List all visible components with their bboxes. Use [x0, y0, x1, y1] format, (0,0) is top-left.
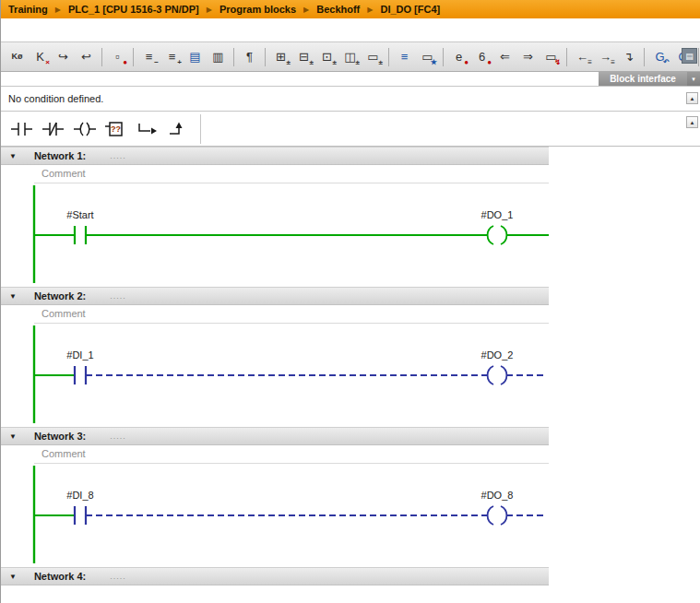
coil-operand[interactable]: #DO_8: [481, 490, 514, 501]
delete-symbols-icon[interactable]: K×: [30, 46, 51, 67]
block-interface-tab[interactable]: Block interface: [599, 72, 687, 86]
collapse-triangle-icon[interactable]: ▼: [9, 152, 17, 160]
condition-bar: No condition defined. ▲: [1, 87, 700, 112]
goto-network-icon[interactable]: ↴: [618, 46, 639, 67]
goto-previous-usage-icon[interactable]: ⇐: [494, 46, 516, 67]
absolute-operands-icon[interactable]: Kø: [6, 46, 28, 67]
favorites-bar: ?? ▲: [1, 112, 700, 147]
toolbar-icons: KøK×↪↩▫●≡−≡+▤▥¶⊞±⊟±⊡±◫±▭±≡▭★e●6●⇐⇒▭↯←≡→≡…: [6, 46, 700, 67]
symbol-information-icon[interactable]: ≡: [394, 46, 415, 67]
breadcrumb-item-project[interactable]: Training: [8, 4, 48, 15]
ladder-rung[interactable]: #Start #DO_1: [1, 183, 554, 287]
network-section-4: ▼ Network 4: .....: [1, 567, 549, 596]
comment-divider: [34, 463, 549, 464]
nc-contact-button[interactable]: [38, 115, 69, 143]
chevron-right-icon: ▶: [55, 6, 61, 14]
breadcrumb-item-folder[interactable]: Beckhoff: [316, 4, 360, 15]
collapse-panel-icon[interactable]: ▲: [686, 92, 698, 104]
toolbar-separator: [698, 48, 699, 66]
free-form-comments-icon[interactable]: ▭★: [417, 46, 438, 67]
comment-placeholder[interactable]: Comment: [42, 448, 86, 459]
breadcrumb-item-program-blocks[interactable]: Program blocks: [219, 4, 296, 15]
indent-icon[interactable]: ↪: [53, 46, 74, 67]
toolbar-separator: [566, 48, 567, 66]
ladder-rung[interactable]: #DI_1 #DO_2: [1, 324, 554, 427]
network-title-placeholder[interactable]: .....: [110, 432, 126, 441]
close-all-networks-icon[interactable]: ≡+: [161, 46, 183, 67]
chevron-down-icon[interactable]: ▾: [687, 72, 700, 86]
toolbar-separator: [233, 48, 234, 66]
contact-operand[interactable]: #DI_1: [66, 349, 93, 361]
collapse-panel-icon[interactable]: ▲: [686, 116, 698, 128]
chevron-right-icon: ▶: [303, 6, 309, 14]
condition-text: No condition defined.: [8, 93, 103, 104]
contact-operand[interactable]: #DI_8: [66, 490, 93, 501]
block-interface-row: Block interface ▾: [1, 72, 700, 87]
empty-box-button[interactable]: ??: [101, 115, 132, 143]
breadcrumb-item-block[interactable]: DI_DO [FC4]: [380, 4, 440, 15]
close-branch-icon: [167, 121, 191, 137]
open-branch-button[interactable]: [132, 115, 163, 143]
network-titles-icon[interactable]: ▥: [208, 46, 229, 67]
open-all-networks-icon[interactable]: ≡−: [138, 46, 160, 67]
network-comment-row[interactable]: Comment: [1, 445, 549, 464]
network-section-2: ▼ Network 2: ..... Comment #DI_1 #DO_2: [1, 287, 549, 427]
network-comment-row[interactable]: Comment: [1, 305, 549, 324]
insert-network-icon[interactable]: ▭±: [362, 46, 384, 67]
network-comment-row[interactable]: Comment: [1, 165, 549, 183]
toolbar-separator: [101, 48, 102, 66]
operand-info-icon[interactable]: ▤: [184, 46, 206, 67]
network-label: Network 3:: [34, 431, 86, 442]
outdent-icon[interactable]: ↩: [76, 46, 97, 67]
previous-point-of-use-icon[interactable]: G↶: [649, 46, 670, 67]
insert-operand-icon[interactable]: ⊟±: [293, 46, 314, 67]
contact-operand[interactable]: #Start: [66, 209, 93, 220]
coil-operand[interactable]: #DO_1: [481, 209, 514, 220]
insert-branch-icon[interactable]: ⊡±: [316, 46, 338, 67]
editor-spacer: [1, 18, 700, 41]
comment-placeholder[interactable]: Comment: [42, 168, 86, 179]
network-title-placeholder[interactable]: .....: [110, 291, 126, 301]
collapse-triangle-icon[interactable]: ▼: [9, 292, 17, 301]
goto-next-usage-icon[interactable]: ⇒: [517, 46, 539, 67]
next-error-icon[interactable]: →≡: [595, 46, 616, 67]
open-branch-icon: [136, 121, 160, 137]
insert-lad-element-icon[interactable]: ⊞±: [270, 46, 291, 67]
toolbar-separator: [388, 48, 389, 66]
toolbar-separator: [644, 48, 645, 66]
lad-editor-window: Training ▶ PLC_1 [CPU 1516-3 PN/DP] ▶ Pr…: [0, 0, 700, 603]
consistency-check-icon[interactable]: e●: [448, 46, 469, 67]
network-header[interactable]: ▼ Network 3: .....: [1, 427, 549, 445]
network-header[interactable]: ▼ Network 2: .....: [1, 287, 549, 305]
chevron-right-icon: ▶: [207, 6, 212, 14]
network-comments-icon[interactable]: ¶: [239, 46, 260, 67]
ladder-rung[interactable]: #DI_8 #DO_8: [1, 464, 554, 567]
editor-bottom-spacer: [1, 585, 549, 596]
network-title-placeholder[interactable]: .....: [110, 151, 126, 160]
update-block-calls-icon[interactable]: 6●: [471, 46, 492, 67]
nc-contact-icon: [42, 121, 65, 137]
network-header[interactable]: ▼ Network 1: .....: [1, 147, 549, 165]
no-contact-button[interactable]: [6, 115, 38, 143]
coil-operand[interactable]: #DO_2: [481, 349, 514, 361]
svg-text:??: ??: [111, 124, 121, 134]
insert-empty-box-icon[interactable]: ▫●: [107, 46, 128, 67]
detach-editor-icon[interactable]: ▤: [682, 48, 697, 64]
empty-box-icon: ??: [104, 121, 128, 137]
toolbar-separator: [265, 48, 266, 66]
refresh-block-icon[interactable]: ▭↯: [540, 46, 562, 67]
network-label: Network 2:: [34, 290, 86, 302]
insert-rung-icon[interactable]: ◫±: [339, 46, 361, 67]
comment-placeholder[interactable]: Comment: [42, 308, 86, 319]
close-branch-button[interactable]: [163, 115, 195, 143]
previous-error-icon[interactable]: ←≡: [572, 46, 593, 67]
network-header[interactable]: ▼ Network 4: .....: [1, 567, 549, 585]
network-section-1: ▼ Network 1: ..... Comment #Start #DO_1: [1, 147, 549, 287]
coil-button[interactable]: [69, 115, 101, 143]
collapse-triangle-icon[interactable]: ▼: [9, 573, 17, 581]
network-title-placeholder[interactable]: .....: [110, 572, 126, 581]
program-networks: ▼ Network 1: ..... Comment #Start #DO_1: [1, 147, 549, 596]
chevron-right-icon: ▶: [367, 6, 373, 14]
breadcrumb-item-plc[interactable]: PLC_1 [CPU 1516-3 PN/DP]: [68, 4, 199, 15]
collapse-triangle-icon[interactable]: ▼: [9, 432, 17, 441]
